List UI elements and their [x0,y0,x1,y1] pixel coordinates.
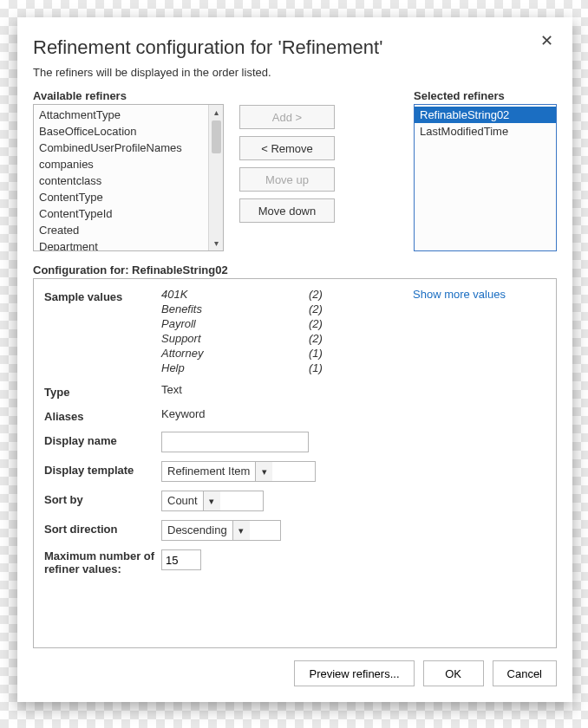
show-more-link[interactable]: Show more values [413,288,506,301]
available-heading: Available refiners [33,89,231,102]
display-name-label: Display name [44,432,161,447]
sort-direction-label: Sort direction [44,520,161,536]
scrollbar[interactable]: ▴ ▾ [208,105,223,250]
available-listbox[interactable]: AttachmentType BaseOfficeLocation Combin… [33,104,224,251]
sort-by-label: Sort by [44,491,161,506]
list-item[interactable]: AttachmentType [34,107,223,123]
move-up-button[interactable]: Move up [239,167,335,192]
preview-button[interactable]: Preview refiners... [294,660,414,686]
cancel-button[interactable]: Cancel [493,660,557,686]
max-values-input[interactable] [161,549,201,570]
type-value: Text [161,383,182,396]
config-panel: Sample values 401K (2) Benefits (2) Payr… [33,278,557,648]
scroll-thumb[interactable] [212,120,221,153]
add-button[interactable]: Add > [239,105,335,129]
list-item[interactable]: contentclass [34,172,223,189]
max-values-label: Maximum number of refiner values: [44,549,161,575]
dialog-subtitle: The refiners will be displayed in the or… [33,66,557,79]
list-item[interactable]: Created [34,222,223,238]
sort-direction-select[interactable]: Descending ▾ [161,520,281,541]
dialog-window: ✕ Refinement configuration for 'Refineme… [17,17,572,702]
config-heading: Configuration for: RefinableString02 [33,263,557,276]
sample-value-count: (1) [309,347,352,360]
aliases-value: Keyword [161,407,206,420]
sample-value-count: (2) [309,317,352,330]
close-icon[interactable]: ✕ [540,31,553,50]
sample-value-name: Benefits [161,302,309,315]
aliases-label: Aliases [44,407,161,423]
list-item[interactable]: RefinableString02 [415,107,556,123]
select-value: Descending [162,521,232,540]
select-value: Refinement Item [162,462,255,481]
scroll-down-icon[interactable]: ▾ [209,236,223,250]
display-name-input[interactable] [161,432,309,452]
sample-value-name: Attorney [161,347,309,360]
sort-by-select[interactable]: Count ▾ [161,491,264,511]
chevron-down-icon: ▾ [203,491,220,510]
sample-value-count: (2) [309,332,352,345]
display-template-label: Display template [44,461,161,477]
move-button-group: Add > < Remove Move up Move down [239,105,335,223]
select-value: Count [162,491,203,510]
chevron-down-icon: ▾ [255,462,272,481]
scroll-up-icon[interactable]: ▴ [209,105,223,120]
ok-button[interactable]: OK [423,660,484,686]
sample-value-name: 401K [161,288,309,301]
list-item[interactable]: BaseOfficeLocation [34,123,223,140]
list-item[interactable]: ContentType [34,189,223,205]
sample-values-label: Sample values [44,288,161,303]
list-item[interactable]: ContentTypeId [34,205,223,222]
sample-value-count: (2) [309,302,352,315]
sample-value-name: Support [161,332,309,345]
list-item[interactable]: CombinedUserProfileNames [34,140,223,156]
display-template-select[interactable]: Refinement Item ▾ [161,461,316,482]
list-item[interactable]: companies [34,156,223,172]
sample-value-count: (2) [309,288,352,301]
list-item[interactable]: Department [34,238,223,251]
sample-value-name: Help [161,361,309,374]
remove-button[interactable]: < Remove [239,136,335,160]
chevron-down-icon: ▾ [232,521,250,540]
sample-value-count: (1) [309,361,352,374]
selected-heading: Selected refiners [414,89,557,102]
sample-value-name: Payroll [161,317,309,330]
list-item[interactable]: LastModifiedTime [415,123,556,140]
dialog-title: Refinement configuration for 'Refinement… [33,36,557,59]
dialog-footer: Preview refiners... OK Cancel [33,660,557,686]
type-label: Type [44,383,161,399]
selected-listbox[interactable]: RefinableString02 LastModifiedTime [414,104,557,251]
refiner-picker: Available refiners AttachmentType BaseOf… [33,89,557,251]
sample-values-table: 401K (2) Benefits (2) Payroll (2) Suppor… [161,288,352,374]
move-down-button[interactable]: Move down [239,198,335,223]
